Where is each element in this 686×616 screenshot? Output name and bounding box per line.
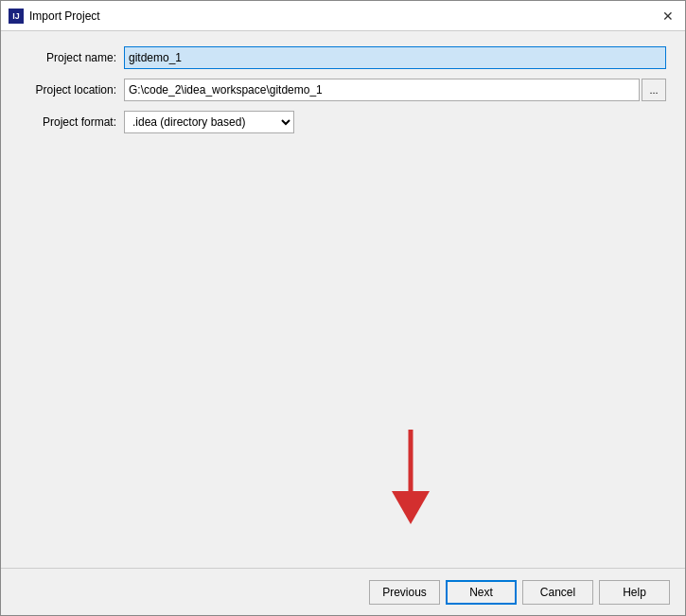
next-button[interactable]: Next xyxy=(446,580,517,605)
browse-button[interactable]: ... xyxy=(642,79,666,101)
svg-marker-1 xyxy=(392,491,430,524)
project-format-select[interactable]: .idea (directory based)Eclipse (eclipse … xyxy=(124,111,294,133)
previous-button[interactable]: Previous xyxy=(369,580,440,605)
project-name-input[interactable] xyxy=(124,46,666,69)
title-bar: IJ Import Project ✕ xyxy=(1,1,685,31)
project-location-row: Project location: ... xyxy=(20,79,666,101)
close-button[interactable]: ✕ xyxy=(659,7,677,26)
project-location-label: Project location: xyxy=(20,83,124,97)
project-format-label: Project format: xyxy=(20,115,124,129)
dialog-content: Project name: Project location: ... Proj… xyxy=(1,31,685,568)
app-icon: IJ xyxy=(9,9,24,24)
help-button[interactable]: Help xyxy=(599,580,670,605)
format-select-wrap: .idea (directory based)Eclipse (eclipse … xyxy=(124,111,294,133)
project-location-input[interactable] xyxy=(124,79,640,101)
window-title: Import Project xyxy=(29,9,659,23)
dialog-footer: Previous Next Cancel Help xyxy=(1,568,685,615)
cancel-button[interactable]: Cancel xyxy=(522,580,593,605)
project-name-row: Project name: xyxy=(20,46,666,69)
import-project-dialog: IJ Import Project ✕ Project name: Projec… xyxy=(0,0,686,616)
main-area xyxy=(20,143,666,553)
red-arrow-indicator xyxy=(382,430,439,543)
project-format-row: Project format: .idea (directory based)E… xyxy=(20,111,666,133)
project-name-label: Project name: xyxy=(20,51,124,64)
